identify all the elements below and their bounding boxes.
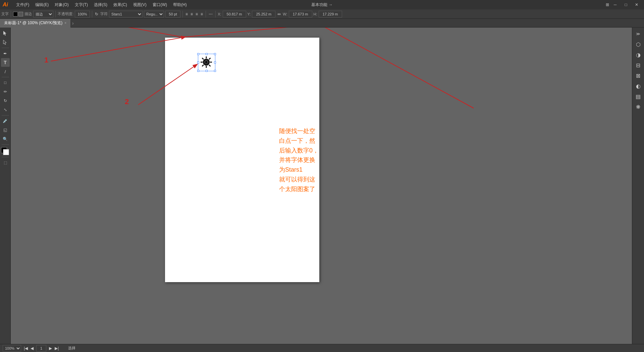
annotation-line2: 就可以得到这个太阳图案了 bbox=[279, 175, 319, 194]
zoom-tool[interactable]: 🔍 bbox=[1, 135, 10, 143]
close-button[interactable]: ✕ bbox=[632, 0, 641, 9]
handle-br bbox=[214, 70, 216, 72]
number-label-1: 1 bbox=[44, 56, 48, 64]
paintbrush-tool[interactable]: ✏ bbox=[1, 87, 10, 96]
y-input[interactable] bbox=[252, 11, 275, 17]
align-right-icon[interactable]: ≡ bbox=[195, 11, 199, 17]
font-family-select[interactable]: Stars1 bbox=[109, 11, 143, 17]
link-icon: ⇔ bbox=[277, 11, 281, 17]
new-tab-button[interactable]: › bbox=[72, 20, 74, 26]
selection-icon bbox=[3, 31, 8, 36]
align-panel-btn[interactable]: ⊟ bbox=[633, 60, 643, 70]
stroke-select[interactable]: 描边 bbox=[33, 11, 53, 17]
direct-selection-icon bbox=[3, 40, 8, 45]
type-toolbar: 文字 描边 描边 不透明度: ↻ 字符 Stars1 Regu... ≡ ≡ ≡… bbox=[0, 9, 644, 19]
stroke-label: 描边 bbox=[24, 11, 32, 16]
menu-bar: 文件(F) 编辑(E) 对象(O) 文字(T) 选择(S) 效果(C) 视图(V… bbox=[13, 1, 190, 8]
svg-marker-0 bbox=[3, 31, 6, 36]
document-tab[interactable]: 未标题-1* @ 100% (CMYK/预览) × bbox=[0, 19, 71, 28]
x-input[interactable] bbox=[223, 11, 246, 17]
stroke-color-swatch[interactable] bbox=[18, 12, 23, 16]
color-swatches bbox=[1, 147, 10, 156]
fill-color-swatch[interactable] bbox=[13, 12, 18, 16]
menu-text[interactable]: 文字(T) bbox=[72, 1, 91, 8]
svg-point-13 bbox=[205, 61, 208, 64]
tab-title: 未标题-1* @ 100% (CMYK/预览) bbox=[4, 20, 62, 26]
color-panel-btn[interactable]: ◐ bbox=[633, 81, 643, 91]
svg-line-10 bbox=[209, 58, 211, 60]
menu-window[interactable]: 窗口(W) bbox=[150, 1, 170, 8]
sep5 bbox=[206, 11, 206, 17]
tab-bar: 未标题-1* @ 100% (CMYK/预览) × › bbox=[0, 19, 644, 28]
w-input[interactable] bbox=[289, 11, 312, 17]
pathfinder-panel-btn[interactable]: ◑ bbox=[633, 50, 643, 60]
last-page-btn[interactable]: ▶| bbox=[55, 346, 59, 351]
eyedropper-tool[interactable]: 💉 bbox=[1, 117, 10, 125]
minimize-button[interactable]: ─ bbox=[610, 0, 620, 9]
opacity-label: 不透明度: bbox=[58, 11, 73, 16]
sun-svg bbox=[199, 55, 213, 69]
app-logo: Ai bbox=[3, 2, 8, 8]
rectangle-tool[interactable]: □ bbox=[1, 78, 10, 87]
artboard-tool[interactable]: ⬚ bbox=[1, 158, 10, 167]
menu-object[interactable]: 对象(O) bbox=[52, 1, 71, 8]
stroke-panel-btn[interactable]: ⊠ bbox=[633, 71, 643, 81]
svg-line-18 bbox=[185, 28, 319, 37]
window-title: 基本功能 → bbox=[311, 2, 332, 8]
line-tool[interactable]: / bbox=[1, 67, 10, 76]
scale-tool[interactable]: ⤡ bbox=[1, 105, 10, 114]
page-input[interactable] bbox=[36, 345, 46, 352]
back-page-btn[interactable]: ◀ bbox=[31, 346, 34, 351]
opacity-input[interactable] bbox=[75, 11, 90, 17]
sep4 bbox=[182, 11, 183, 17]
canvas-area[interactable]: 随便找一处空白点一下，然后输入数字0，并将字体更换为Stars1 就可以得到这个… bbox=[11, 28, 632, 344]
status-bar: 100% |◀ ◀ ▶ ▶| 选择 bbox=[0, 344, 644, 352]
layers-panel-btn[interactable]: ▤ bbox=[633, 91, 643, 101]
transform-panel-btn[interactable]: ⬡ bbox=[633, 39, 643, 49]
rotate-icon: ↻ bbox=[94, 11, 99, 17]
selection-tool[interactable] bbox=[1, 29, 10, 38]
symbols-panel-btn[interactable]: ❋ bbox=[633, 102, 643, 112]
handle-mr bbox=[214, 61, 216, 63]
number-label-2: 2 bbox=[125, 97, 129, 106]
zoom-select[interactable]: 100% bbox=[3, 345, 21, 352]
title-bar: Ai 文件(F) 编辑(E) 对象(O) 文字(T) 选择(S) 效果(C) 视… bbox=[0, 0, 644, 9]
menu-view[interactable]: 视图(V) bbox=[130, 1, 149, 8]
menu-effect[interactable]: 效果(C) bbox=[111, 1, 130, 8]
menu-edit[interactable]: 编辑(E) bbox=[33, 1, 51, 8]
direct-selection-tool[interactable] bbox=[1, 38, 10, 47]
handle-tr bbox=[214, 53, 216, 55]
annotations-svg bbox=[11, 28, 632, 344]
rotate-tool[interactable]: ↻ bbox=[1, 96, 10, 105]
prev-page-btn[interactable]: |◀ bbox=[24, 346, 28, 351]
menu-file[interactable]: 文件(F) bbox=[13, 1, 32, 8]
menu-help[interactable]: 帮助(H) bbox=[170, 1, 190, 8]
align-justify-icon[interactable]: ≡ bbox=[200, 11, 204, 17]
font-size-input[interactable] bbox=[165, 11, 180, 17]
stroke-swatch[interactable] bbox=[3, 149, 9, 155]
panel-expand-btn[interactable]: ≫ bbox=[633, 29, 643, 39]
h-input[interactable] bbox=[319, 11, 342, 17]
right-panel: ≫ ⬡ ◑ ⊟ ⊠ ◐ ▤ ❋ bbox=[632, 28, 644, 344]
fwd-page-btn[interactable]: ▶ bbox=[49, 346, 52, 351]
pen-tool[interactable]: ✒ bbox=[1, 49, 10, 58]
w-label: W: bbox=[283, 12, 287, 16]
sun-icon-container[interactable] bbox=[198, 54, 215, 71]
grid-icon: ⊞ bbox=[606, 2, 609, 7]
tab-close-button[interactable]: × bbox=[64, 21, 66, 25]
more-icon[interactable]: ⋯ bbox=[208, 11, 213, 17]
svg-line-11 bbox=[202, 65, 204, 67]
align-left-icon[interactable]: ≡ bbox=[185, 11, 189, 17]
font-style-select[interactable]: Regu... bbox=[144, 11, 164, 17]
sep6 bbox=[215, 11, 216, 17]
gradient-tool[interactable]: ◱ bbox=[1, 126, 10, 134]
svg-line-17 bbox=[111, 28, 182, 37]
tool-sep-1 bbox=[2, 48, 9, 48]
tool-name-label: 文字 bbox=[1, 11, 9, 16]
maximize-button[interactable]: □ bbox=[621, 0, 631, 9]
h-label: H: bbox=[314, 12, 317, 16]
type-tool active[interactable]: T bbox=[1, 58, 10, 67]
x-label: X: bbox=[218, 12, 221, 16]
menu-select[interactable]: 选择(S) bbox=[91, 1, 110, 8]
align-center-icon[interactable]: ≡ bbox=[190, 11, 194, 17]
